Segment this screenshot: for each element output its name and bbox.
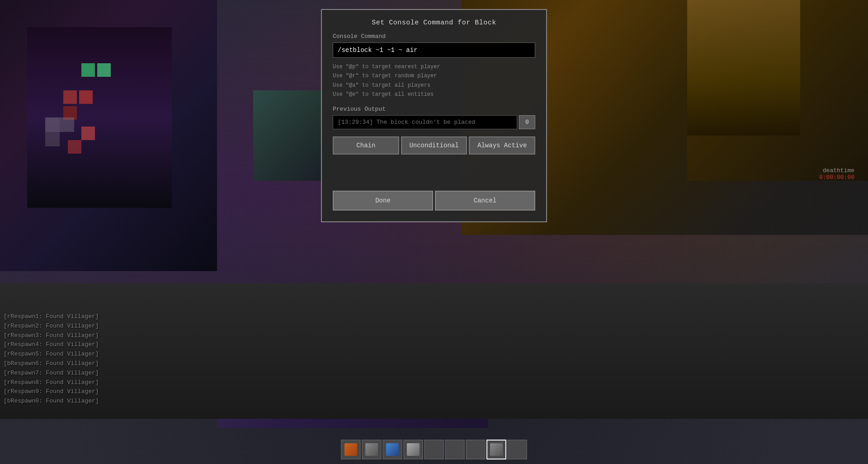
unconditional-toggle-button[interactable]: Unconditional xyxy=(401,136,467,155)
help-line-2: Use "@r" to target random player xyxy=(333,71,535,80)
help-text: Use "@p" to target nearest player Use "@… xyxy=(333,62,535,99)
command-input[interactable] xyxy=(333,42,535,58)
output-field[interactable] xyxy=(333,115,517,129)
command-block-dialog: Set Console Command for Block Console Co… xyxy=(321,9,547,222)
toggle-row: Chain Unconditional Always Active xyxy=(333,136,535,155)
output-copy-button[interactable]: 0 xyxy=(519,115,535,129)
help-line-4: Use "@e" to target all entities xyxy=(333,90,535,99)
console-command-label: Console Command xyxy=(333,33,535,40)
dialog-overlay: Set Console Command for Block Console Co… xyxy=(0,0,868,464)
done-button[interactable]: Done xyxy=(333,191,433,211)
chain-toggle-button[interactable]: Chain xyxy=(333,136,399,155)
always-active-toggle-button[interactable]: Always Active xyxy=(469,136,535,155)
dialog-spacer xyxy=(333,164,535,191)
output-row: 0 xyxy=(333,115,535,129)
action-row: Done Cancel xyxy=(333,191,535,211)
help-line-3: Use "@a" to target all players xyxy=(333,81,535,90)
help-line-1: Use "@p" to target nearest player xyxy=(333,62,535,71)
dialog-title: Set Console Command for Block xyxy=(333,19,535,27)
cancel-button[interactable]: Cancel xyxy=(435,191,535,211)
previous-output-label: Previous Output xyxy=(333,106,535,112)
